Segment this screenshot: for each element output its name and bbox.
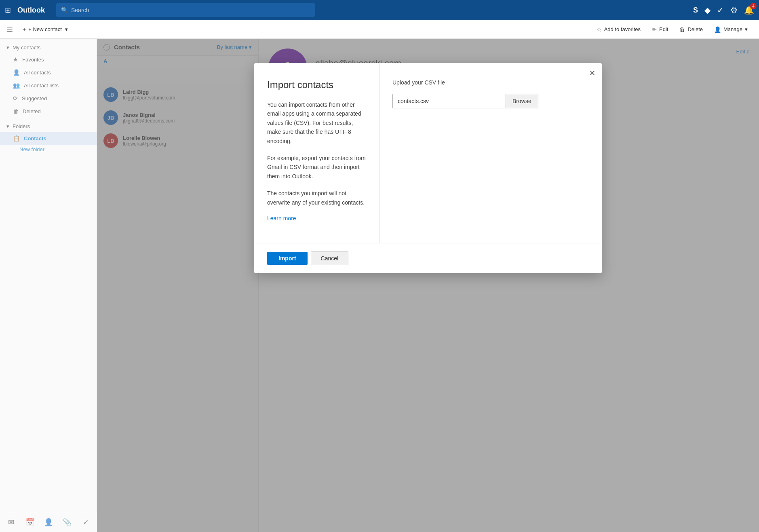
search-input[interactable] (71, 7, 310, 13)
manage-chevron-icon: ▾ (745, 26, 748, 32)
manage-icon: 👤 (714, 26, 721, 33)
subtoolbar: ☰ + + New contact ▾ ☆ Add to favorites ✏… (0, 20, 759, 39)
modal-body: Import contacts You can import contacts … (254, 63, 602, 243)
app-title: Outlook (17, 6, 45, 15)
sidebar-item-all-contact-lists[interactable]: 👥 All contact lists (0, 79, 97, 92)
people-icon: 👥 (13, 82, 20, 89)
modal-overlay: ✕ Import contacts You can import contact… (97, 39, 759, 532)
mail-icon: ✉ (8, 518, 14, 527)
waffle-icon[interactable]: ⊞ (5, 6, 11, 15)
diamond-icon[interactable]: ◆ (704, 5, 711, 15)
main-layout: ▾ My contacts ★ Favorites 👤 All contacts… (0, 39, 759, 532)
cancel-button[interactable]: Cancel (311, 251, 349, 265)
calendar-icon: 📅 (25, 518, 34, 527)
sidebar-item-all-contacts[interactable]: 👤 All contacts (0, 66, 97, 79)
csv-file-input[interactable] (392, 94, 506, 108)
notification-bell[interactable]: 🔔 4 (744, 5, 754, 15)
import-contacts-modal: ✕ Import contacts You can import contact… (254, 63, 602, 273)
import-button[interactable]: Import (267, 252, 308, 265)
delete-button[interactable]: 🗑 Delete (675, 24, 708, 35)
modal-close-button[interactable]: ✕ (589, 70, 595, 77)
attachment-icon: 📎 (63, 518, 72, 527)
modal-desc-2: For example, export your contacts from G… (267, 154, 366, 181)
modal-left-panel: Import contacts You can import contacts … (254, 63, 380, 243)
sidebar-item-favorites[interactable]: ★ Favorites (0, 53, 97, 66)
settings-icon[interactable]: ⚙ (730, 5, 738, 15)
nav-people-button[interactable]: 👤 (41, 515, 56, 530)
topbar: ⊞ Outlook 🔍 S ◆ ✓ ⚙ 🔔 4 (0, 0, 759, 20)
trash-icon: 🗑 (13, 108, 19, 114)
tasks-icon: ✓ (83, 518, 89, 527)
search-bar[interactable]: 🔍 (56, 3, 315, 17)
modal-footer: Import Cancel (254, 243, 602, 273)
star-icon: ☆ (597, 26, 602, 33)
browse-button[interactable]: Browse (506, 94, 538, 108)
modal-title: Import contacts (267, 79, 366, 91)
trash-icon: 🗑 (679, 26, 685, 33)
topbar-right: S ◆ ✓ ⚙ 🔔 4 (693, 5, 754, 15)
edit-icon: ✏ (652, 26, 657, 33)
star-icon: ★ (13, 56, 18, 63)
edit-button[interactable]: ✏ Edit (647, 24, 673, 35)
upload-label: Upload your CSV file (392, 79, 589, 86)
sidebar-item-deleted[interactable]: 🗑 Deleted (0, 105, 97, 118)
check-icon[interactable]: ✓ (717, 5, 724, 15)
skype-icon[interactable]: S (693, 6, 698, 15)
sidebar-item-contacts[interactable]: 📋 Contacts (0, 132, 97, 145)
new-contact-button[interactable]: + + New contact ▾ (18, 24, 73, 35)
notification-badge: 4 (750, 3, 757, 9)
people-icon: 👤 (44, 518, 53, 527)
file-input-row: Browse (392, 94, 589, 108)
nav-calendar-button[interactable]: 📅 (22, 515, 37, 530)
sidebar-new-folder[interactable]: New folder (0, 145, 97, 154)
content-area: Contacts By last name ▾ A LB Laird Bigg … (97, 39, 759, 532)
manage-button[interactable]: 👤 Manage ▾ (709, 24, 753, 35)
hamburger-icon[interactable]: ☰ (6, 25, 13, 34)
person-icon: 👤 (13, 69, 20, 76)
modal-right-panel: Upload your CSV file Browse (380, 63, 602, 243)
modal-desc-3: The contacts you import will not overwri… (267, 189, 366, 207)
contacts-icon: 📋 (13, 135, 20, 141)
sidebar-item-suggested[interactable]: ⟳ Suggested (0, 92, 97, 105)
learn-more-link[interactable]: Learn more (267, 215, 296, 222)
sidebar: ▾ My contacts ★ Favorites 👤 All contacts… (0, 39, 97, 532)
sidebar-folders[interactable]: ▾ Folders (0, 121, 97, 132)
sidebar-my-contacts[interactable]: ▾ My contacts (0, 42, 97, 53)
search-icon: 🔍 (61, 7, 68, 13)
add-to-favorites-button[interactable]: ☆ Add to favorites (592, 24, 645, 35)
bottom-nav: ✉ 📅 👤 📎 ✓ (0, 512, 97, 532)
nav-mail-button[interactable]: ✉ (3, 515, 19, 530)
nav-tasks-button[interactable]: ✓ (78, 515, 94, 530)
nav-attachment-button[interactable]: 📎 (59, 515, 75, 530)
dropdown-chevron-icon: ▾ (65, 26, 68, 32)
plus-icon: + (23, 26, 26, 33)
modal-desc-1: You can import contacts from other email… (267, 100, 366, 146)
chevron-down-icon: ▾ (6, 44, 9, 51)
suggested-icon: ⟳ (13, 95, 18, 101)
chevron-down-icon: ▾ (6, 123, 9, 129)
